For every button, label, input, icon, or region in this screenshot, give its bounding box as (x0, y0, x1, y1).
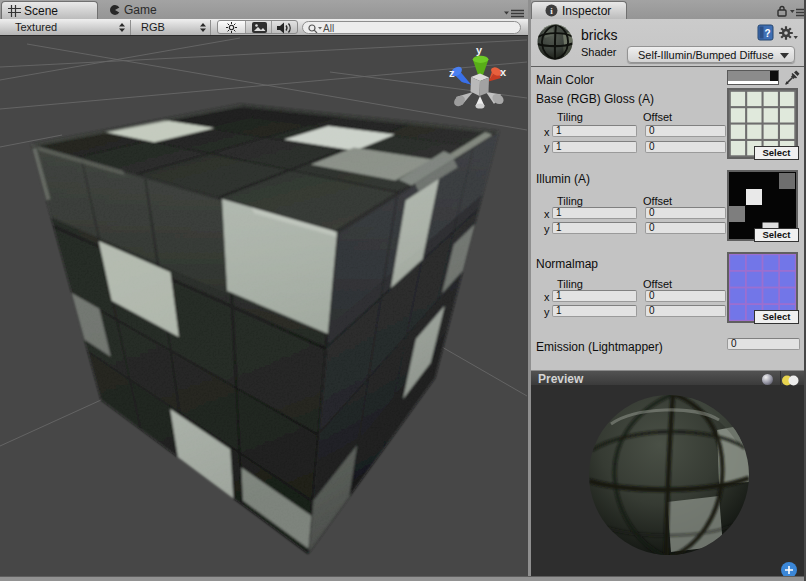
svg-text:y: y (476, 44, 483, 56)
svg-text:?: ? (764, 28, 770, 39)
svg-text:z: z (449, 67, 455, 79)
svg-text:x: x (500, 66, 507, 78)
